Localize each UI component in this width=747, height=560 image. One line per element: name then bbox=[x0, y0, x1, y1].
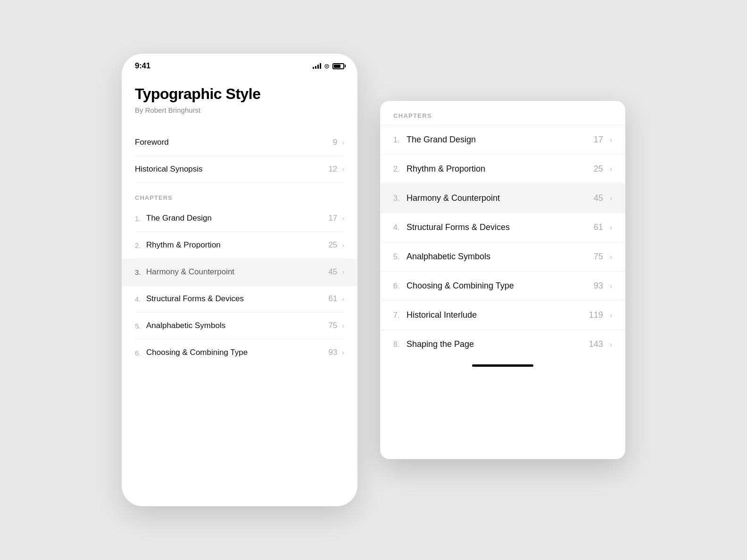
modal-toc-num-ch2: 2. bbox=[393, 165, 405, 173]
chevron-icon-foreword: › bbox=[342, 139, 344, 146]
chevron-icon-ch6: › bbox=[342, 349, 344, 356]
phone-chapters-list: 1. The Grand Design 17 › 2. Rhythm & Pro… bbox=[135, 205, 344, 366]
toc-right-ch6: 93 › bbox=[328, 348, 344, 357]
toc-item-ch4[interactable]: 4. Structural Forms & Devices 61 › bbox=[135, 286, 344, 313]
modal-toc-page-ch3: 45 bbox=[594, 193, 603, 203]
modal-toc-label-ch2: Rhythm & Proportion bbox=[407, 164, 485, 174]
modal-toc-label-ch1: The Grand Design bbox=[407, 135, 476, 145]
toc-label-ch4: Structural Forms & Devices bbox=[146, 294, 244, 304]
modal-chevron-icon-ch5: › bbox=[610, 253, 612, 261]
modal-chevron-icon-ch1: › bbox=[610, 136, 612, 144]
modal-toc-page-ch7: 119 bbox=[589, 310, 603, 320]
chevron-icon-synopsis: › bbox=[342, 165, 344, 173]
toc-label-synopsis: Historical Synopsis bbox=[135, 165, 203, 174]
modal-toc-label-ch8: Shaping the Page bbox=[407, 339, 474, 349]
toc-page-ch1: 17 bbox=[328, 214, 337, 223]
modal-toc-right-ch7: 119 › bbox=[589, 310, 612, 320]
toc-item-ch5[interactable]: 5. Analphabetic Symbols 75 › bbox=[135, 313, 344, 339]
toc-num-ch1: 1. bbox=[135, 214, 144, 222]
toc-item-synopsis[interactable]: Historical Synopsis 12 › bbox=[135, 156, 344, 183]
modal-toc-item-ch6[interactable]: 6. Choosing & Combining Type 93 › bbox=[380, 272, 625, 301]
toc-page-ch5: 75 bbox=[328, 321, 337, 330]
toc-item-right: 9 › bbox=[333, 138, 344, 147]
modal-toc-label-ch3: Harmony & Counterpoint bbox=[407, 193, 500, 203]
book-author: By Robert Bringhurst bbox=[135, 106, 344, 114]
modal-toc-num-ch8: 8. bbox=[393, 340, 405, 349]
modal-toc-item-ch7[interactable]: 7. Historical Interlude 119 › bbox=[380, 301, 625, 330]
modal-toc-left-ch5: 5. Analphabetic Symbols bbox=[393, 252, 594, 262]
phone-mockup: 9:41 ⊜ Typographic Style By Robert Bring… bbox=[122, 54, 357, 506]
modal-toc-page-ch4: 61 bbox=[594, 222, 603, 232]
toc-item-ch6[interactable]: 6. Choosing & Combining Type 93 › bbox=[135, 339, 344, 366]
status-icons: ⊜ bbox=[313, 62, 344, 70]
modal-chevron-icon-ch6: › bbox=[610, 282, 612, 290]
modal-chevron-icon-ch2: › bbox=[610, 165, 612, 173]
modal-toc-right-ch1: 17 › bbox=[594, 135, 612, 145]
toc-item-ch3[interactable]: 3. Harmony & Counterpoint 45 › bbox=[122, 259, 357, 286]
toc-right-ch3: 45 › bbox=[328, 267, 344, 277]
status-bar: 9:41 ⊜ bbox=[122, 54, 357, 74]
modal-toc-num-ch6: 6. bbox=[393, 282, 405, 290]
toc-num-ch6: 6. bbox=[135, 349, 144, 357]
chevron-icon-ch2: › bbox=[342, 241, 344, 249]
home-bar bbox=[472, 364, 533, 367]
toc-left-ch3: 3. Harmony & Counterpoint bbox=[135, 267, 328, 277]
chevron-icon-ch3: › bbox=[342, 268, 344, 276]
modal-toc-item-ch4[interactable]: 4. Structural Forms & Devices 61 › bbox=[380, 213, 625, 242]
modal-panel: CHAPTERS 1. The Grand Design 17 › 2. Rhy… bbox=[380, 101, 625, 459]
toc-right-ch4: 61 › bbox=[328, 294, 344, 304]
toc-page-foreword: 9 bbox=[333, 138, 337, 147]
modal-chevron-icon-ch7: › bbox=[610, 311, 612, 320]
modal-toc-label-ch7: Historical Interlude bbox=[407, 310, 477, 320]
toc-left-ch4: 4. Structural Forms & Devices bbox=[135, 294, 328, 304]
modal-toc-item-ch1[interactable]: 1. The Grand Design 17 › bbox=[380, 125, 625, 155]
modal-toc-page-ch1: 17 bbox=[594, 135, 603, 145]
home-indicator bbox=[380, 359, 625, 371]
chevron-icon-ch4: › bbox=[342, 295, 344, 303]
toc-label-ch1: The Grand Design bbox=[146, 214, 212, 223]
book-title: Typographic Style bbox=[135, 86, 344, 102]
modal-toc-label-ch5: Analphabetic Symbols bbox=[407, 252, 490, 262]
chapters-section-header: CHAPTERS bbox=[135, 194, 344, 201]
toc-item-right-synopsis: 12 › bbox=[328, 165, 344, 174]
modal-toc-right-ch6: 93 › bbox=[594, 281, 612, 291]
modal-chapters-list: 1. The Grand Design 17 › 2. Rhythm & Pro… bbox=[380, 125, 625, 359]
modal-toc-item-ch5[interactable]: 5. Analphabetic Symbols 75 › bbox=[380, 242, 625, 272]
toc-right-ch1: 17 › bbox=[328, 214, 344, 223]
toc-left-ch5: 5. Analphabetic Symbols bbox=[135, 321, 328, 330]
toc-item-foreword[interactable]: Foreword 9 › bbox=[135, 129, 344, 156]
toc-num-ch3: 3. bbox=[135, 268, 144, 276]
toc-label-ch3: Harmony & Counterpoint bbox=[146, 267, 234, 277]
modal-toc-num-ch5: 5. bbox=[393, 253, 405, 261]
modal-toc-right-ch5: 75 › bbox=[594, 252, 612, 262]
modal-toc-right-ch3: 45 › bbox=[594, 193, 612, 203]
modal-toc-item-ch3[interactable]: 3. Harmony & Counterpoint 45 › bbox=[380, 184, 625, 213]
modal-content: CHAPTERS 1. The Grand Design 17 › 2. Rhy… bbox=[380, 101, 625, 459]
toc-right-ch2: 25 › bbox=[328, 240, 344, 250]
modal-toc-item-ch2[interactable]: 2. Rhythm & Proportion 25 › bbox=[380, 155, 625, 184]
toc-item-left: Foreword bbox=[135, 138, 333, 147]
modal-toc-left-ch2: 2. Rhythm & Proportion bbox=[393, 164, 594, 174]
toc-right-ch5: 75 › bbox=[328, 321, 344, 330]
wifi-icon: ⊜ bbox=[324, 62, 330, 70]
toc-page-synopsis: 12 bbox=[328, 165, 337, 174]
modal-chevron-icon-ch3: › bbox=[610, 194, 612, 203]
toc-page-ch2: 25 bbox=[328, 240, 337, 250]
signal-icon bbox=[313, 63, 321, 69]
modal-toc-num-ch4: 4. bbox=[393, 223, 405, 232]
toc-item-ch2[interactable]: 2. Rhythm & Proportion 25 › bbox=[135, 232, 344, 259]
modal-toc-page-ch8: 143 bbox=[589, 339, 603, 349]
modal-toc-right-ch8: 143 › bbox=[589, 339, 612, 349]
modal-toc-item-ch8[interactable]: 8. Shaping the Page 143 › bbox=[380, 330, 625, 359]
toc-page-ch6: 93 bbox=[328, 348, 337, 357]
modal-toc-label-ch6: Choosing & Combining Type bbox=[407, 281, 514, 291]
toc-num-ch4: 4. bbox=[135, 295, 144, 303]
toc-label-ch6: Choosing & Combining Type bbox=[146, 348, 248, 357]
toc-item-ch1[interactable]: 1. The Grand Design 17 › bbox=[135, 205, 344, 232]
modal-toc-left-ch1: 1. The Grand Design bbox=[393, 135, 594, 145]
toc-left-ch2: 2. Rhythm & Proportion bbox=[135, 240, 328, 250]
chevron-icon-ch5: › bbox=[342, 322, 344, 329]
battery-icon bbox=[332, 63, 344, 69]
modal-chevron-icon-ch4: › bbox=[610, 223, 612, 232]
toc-label-ch2: Rhythm & Proportion bbox=[146, 240, 221, 250]
